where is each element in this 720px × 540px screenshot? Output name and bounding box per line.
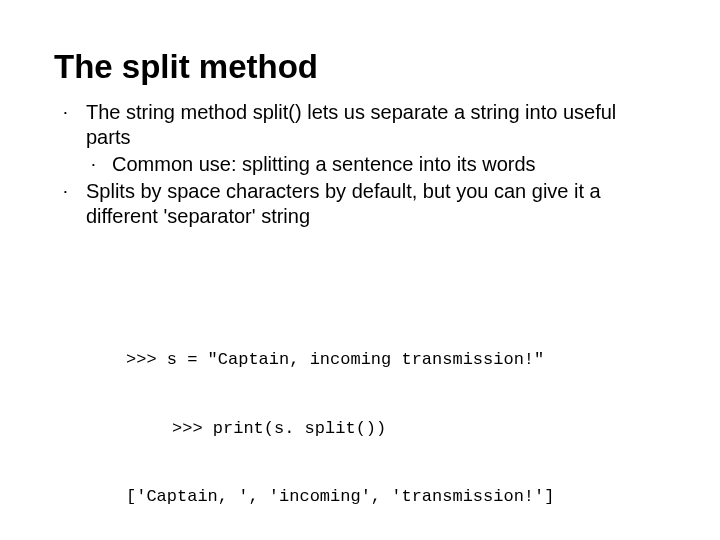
code-line: >>> print(s. split()) — [126, 418, 666, 441]
code-line: ['Captain, ', 'incoming', 'transmission!… — [126, 486, 666, 509]
list-item-text: The string method split() lets us separa… — [86, 101, 616, 148]
list-item: The string method split() lets us separa… — [60, 100, 666, 177]
list-item-text: Splits by space characters by default, b… — [86, 180, 601, 227]
bullet-list: The string method split() lets us separa… — [60, 100, 666, 229]
sub-bullet-list: Common use: splitting a sentence into it… — [86, 152, 666, 177]
code-line: >>> s = "Captain, incoming transmission!… — [126, 349, 666, 372]
code-region: >>> s = "Captain, incoming transmission!… — [126, 257, 666, 540]
list-item: Common use: splitting a sentence into it… — [86, 152, 666, 177]
list-item: Splits by space characters by default, b… — [60, 179, 666, 229]
slide: The split method The string method split… — [0, 0, 720, 540]
code-block-1: >>> s = "Captain, incoming transmission!… — [126, 303, 666, 540]
slide-title: The split method — [54, 48, 666, 86]
list-item-text: Common use: splitting a sentence into it… — [112, 153, 536, 175]
